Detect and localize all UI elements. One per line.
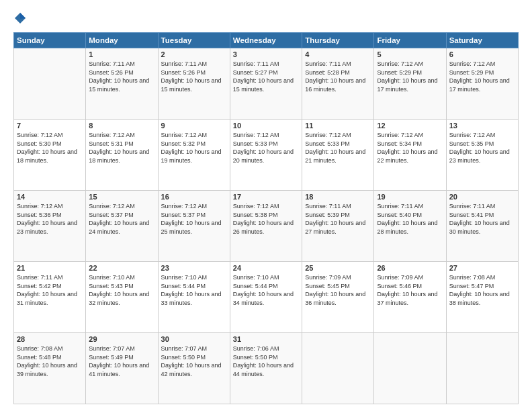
sunset-text: Sunset: 5:46 PM: [377, 283, 422, 289]
calendar-cell: 7 Sunrise: 7:12 AM Sunset: 5:30 PM Dayli…: [14, 120, 86, 191]
daylight-text: Daylight: 10 hours and 15 minutes.: [161, 77, 222, 93]
sunset-text: Sunset: 5:37 PM: [161, 212, 206, 218]
sunrise-text: Sunrise: 7:12 AM: [89, 132, 135, 138]
calendar-cell: 21 Sunrise: 7:11 AM Sunset: 5:42 PM Dayl…: [14, 262, 86, 333]
day-number: 11: [305, 122, 371, 130]
calendar-week-row: 1 Sunrise: 7:11 AM Sunset: 5:26 PM Dayli…: [14, 48, 519, 120]
day-info: Sunrise: 7:12 AM Sunset: 5:31 PM Dayligh…: [89, 131, 154, 165]
day-info: Sunrise: 7:12 AM Sunset: 5:30 PM Dayligh…: [17, 131, 83, 165]
day-number: 27: [449, 264, 515, 272]
sunrise-text: Sunrise: 7:12 AM: [305, 132, 351, 138]
calendar-week-row: 14 Sunrise: 7:12 AM Sunset: 5:36 PM Dayl…: [14, 191, 519, 262]
daylight-text: Daylight: 10 hours and 17 minutes.: [449, 77, 510, 93]
calendar-cell: 4 Sunrise: 7:11 AM Sunset: 5:28 PM Dayli…: [302, 48, 374, 120]
day-number: 18: [305, 193, 371, 201]
calendar-cell: 3 Sunrise: 7:11 AM Sunset: 5:27 PM Dayli…: [230, 48, 302, 120]
day-info: Sunrise: 7:11 AM Sunset: 5:41 PM Dayligh…: [449, 202, 515, 236]
calendar-cell: [302, 333, 374, 404]
day-info: Sunrise: 7:08 AM Sunset: 5:47 PM Dayligh…: [449, 273, 515, 307]
day-number: 22: [89, 264, 154, 272]
day-number: 4: [305, 50, 371, 58]
sunset-text: Sunset: 5:44 PM: [161, 283, 206, 289]
calendar-table: Sunday Monday Tuesday Wednesday Thursday…: [13, 32, 519, 404]
daylight-text: Daylight: 10 hours and 41 minutes.: [89, 362, 149, 377]
day-number: 10: [233, 122, 299, 130]
calendar-cell: 9 Sunrise: 7:12 AM Sunset: 5:32 PM Dayli…: [158, 120, 230, 191]
day-info: Sunrise: 7:09 AM Sunset: 5:45 PM Dayligh…: [305, 273, 371, 307]
sunrise-text: Sunrise: 7:10 AM: [233, 274, 279, 281]
daylight-text: Daylight: 10 hours and 37 minutes.: [377, 291, 437, 306]
header-friday: Friday: [374, 33, 446, 48]
daylight-text: Daylight: 10 hours and 15 minutes.: [233, 77, 294, 93]
day-number: 8: [89, 122, 154, 130]
calendar-cell: 16 Sunrise: 7:12 AM Sunset: 5:37 PM Dayl…: [158, 191, 230, 262]
daylight-text: Daylight: 10 hours and 18 minutes.: [17, 148, 77, 164]
daylight-text: Daylight: 10 hours and 24 minutes.: [89, 220, 149, 235]
day-info: Sunrise: 7:12 AM Sunset: 5:29 PM Dayligh…: [377, 60, 443, 93]
daylight-text: Daylight: 10 hours and 30 minutes.: [449, 220, 510, 235]
sunset-text: Sunset: 5:29 PM: [377, 69, 422, 76]
header-thursday: Thursday: [302, 33, 374, 48]
day-info: Sunrise: 7:11 AM Sunset: 5:42 PM Dayligh…: [17, 273, 83, 307]
daylight-text: Daylight: 10 hours and 39 minutes.: [17, 362, 77, 377]
sunrise-text: Sunrise: 7:12 AM: [17, 203, 63, 210]
day-info: Sunrise: 7:07 AM Sunset: 5:50 PM Dayligh…: [161, 345, 227, 378]
day-number: 26: [377, 264, 443, 272]
logo: [13, 12, 26, 27]
sunset-text: Sunset: 5:42 PM: [17, 283, 62, 289]
daylight-text: Daylight: 10 hours and 17 minutes.: [377, 77, 437, 93]
sunrise-text: Sunrise: 7:06 AM: [233, 345, 279, 352]
sunset-text: Sunset: 5:49 PM: [89, 354, 134, 361]
calendar-cell: 12 Sunrise: 7:12 AM Sunset: 5:34 PM Dayl…: [374, 120, 446, 191]
day-number: 16: [161, 193, 227, 201]
day-info: Sunrise: 7:11 AM Sunset: 5:40 PM Dayligh…: [377, 202, 443, 236]
daylight-text: Daylight: 10 hours and 25 minutes.: [161, 220, 222, 235]
sunset-text: Sunset: 5:41 PM: [449, 212, 494, 218]
day-info: Sunrise: 7:11 AM Sunset: 5:39 PM Dayligh…: [305, 202, 371, 236]
day-number: 29: [89, 335, 154, 343]
day-number: 6: [449, 50, 515, 58]
daylight-text: Daylight: 10 hours and 23 minutes.: [449, 148, 510, 164]
day-number: 23: [161, 264, 227, 272]
page: Sunday Monday Tuesday Wednesday Thursday…: [0, 0, 532, 411]
day-info: Sunrise: 7:11 AM Sunset: 5:26 PM Dayligh…: [161, 60, 227, 93]
daylight-text: Daylight: 10 hours and 19 minutes.: [161, 148, 222, 164]
calendar-cell: [14, 48, 86, 120]
sunset-text: Sunset: 5:26 PM: [89, 69, 134, 76]
header-saturday: Saturday: [446, 33, 518, 48]
header-sunday: Sunday: [14, 33, 86, 48]
calendar-cell: 18 Sunrise: 7:11 AM Sunset: 5:39 PM Dayl…: [302, 191, 374, 262]
sunrise-text: Sunrise: 7:07 AM: [89, 345, 135, 352]
day-info: Sunrise: 7:11 AM Sunset: 5:27 PM Dayligh…: [233, 60, 299, 93]
daylight-text: Daylight: 10 hours and 20 minutes.: [233, 148, 294, 164]
sunset-text: Sunset: 5:33 PM: [305, 140, 350, 147]
sunset-text: Sunset: 5:31 PM: [89, 140, 134, 147]
calendar-cell: 23 Sunrise: 7:10 AM Sunset: 5:44 PM Dayl…: [158, 262, 230, 333]
calendar-cell: 27 Sunrise: 7:08 AM Sunset: 5:47 PM Dayl…: [446, 262, 518, 333]
sunset-text: Sunset: 5:40 PM: [377, 212, 422, 218]
daylight-text: Daylight: 10 hours and 36 minutes.: [305, 291, 365, 306]
header-tuesday: Tuesday: [158, 33, 230, 48]
day-number: 12: [377, 122, 443, 130]
day-number: 17: [233, 193, 299, 201]
sunrise-text: Sunrise: 7:11 AM: [305, 203, 351, 210]
calendar-cell: 30 Sunrise: 7:07 AM Sunset: 5:50 PM Dayl…: [158, 333, 230, 404]
day-info: Sunrise: 7:08 AM Sunset: 5:48 PM Dayligh…: [17, 345, 83, 378]
day-info: Sunrise: 7:11 AM Sunset: 5:28 PM Dayligh…: [305, 60, 371, 93]
sunset-text: Sunset: 5:33 PM: [233, 140, 278, 147]
sunset-text: Sunset: 5:27 PM: [233, 69, 278, 76]
sunrise-text: Sunrise: 7:12 AM: [377, 132, 423, 138]
calendar-cell: 19 Sunrise: 7:11 AM Sunset: 5:40 PM Dayl…: [374, 191, 446, 262]
calendar-cell: 20 Sunrise: 7:11 AM Sunset: 5:41 PM Dayl…: [446, 191, 518, 262]
sunset-text: Sunset: 5:48 PM: [17, 354, 62, 361]
calendar-cell: 11 Sunrise: 7:12 AM Sunset: 5:33 PM Dayl…: [302, 120, 374, 191]
calendar-cell: 28 Sunrise: 7:08 AM Sunset: 5:48 PM Dayl…: [14, 333, 86, 404]
calendar-cell: 2 Sunrise: 7:11 AM Sunset: 5:26 PM Dayli…: [158, 48, 230, 120]
day-info: Sunrise: 7:12 AM Sunset: 5:37 PM Dayligh…: [161, 202, 227, 236]
logo-text: [13, 12, 26, 27]
sunrise-text: Sunrise: 7:12 AM: [17, 132, 63, 138]
sunset-text: Sunset: 5:44 PM: [233, 283, 278, 289]
sunrise-text: Sunrise: 7:12 AM: [233, 132, 279, 138]
calendar-cell: 15 Sunrise: 7:12 AM Sunset: 5:37 PM Dayl…: [86, 191, 158, 262]
sunrise-text: Sunrise: 7:12 AM: [161, 132, 208, 138]
